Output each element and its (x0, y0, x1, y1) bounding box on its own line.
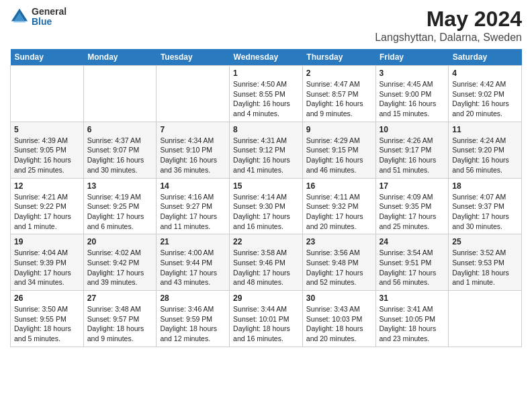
calendar-cell: 11Sunrise: 4:24 AM Sunset: 9:20 PM Dayli… (449, 122, 522, 178)
day-info: Sunrise: 4:34 AM Sunset: 9:10 PM Dayligh… (160, 136, 226, 175)
day-number: 15 (233, 181, 299, 191)
day-number: 6 (87, 125, 153, 134)
day-info: Sunrise: 3:44 AM Sunset: 10:01 PM Daylig… (233, 304, 299, 344)
day-number: 21 (160, 237, 226, 246)
day-info: Sunrise: 4:00 AM Sunset: 9:44 PM Dayligh… (160, 248, 226, 287)
calendar-cell: 23Sunrise: 3:56 AM Sunset: 9:48 PM Dayli… (302, 234, 375, 291)
calendar-cell: 1Sunrise: 4:50 AM Sunset: 8:55 PM Daylig… (230, 66, 303, 122)
day-info: Sunrise: 4:04 AM Sunset: 9:39 PM Dayligh… (14, 248, 80, 287)
day-number: 5 (14, 125, 80, 134)
day-info: Sunrise: 4:02 AM Sunset: 9:42 PM Dayligh… (87, 248, 153, 287)
day-info: Sunrise: 4:14 AM Sunset: 9:30 PM Dayligh… (233, 192, 299, 232)
calendar-cell: 18Sunrise: 4:07 AM Sunset: 9:37 PM Dayli… (449, 178, 522, 234)
title-block: May 2024 Langshyttan, Dalarna, Sweden (375, 7, 522, 44)
weekday-header-saturday: Saturday (449, 49, 522, 66)
weekday-header-tuesday: Tuesday (157, 49, 230, 66)
calendar-cell: 4Sunrise: 4:42 AM Sunset: 9:02 PM Daylig… (449, 66, 522, 122)
day-info: Sunrise: 3:56 AM Sunset: 9:48 PM Dayligh… (306, 248, 372, 287)
day-number: 7 (160, 125, 226, 134)
day-number: 12 (14, 181, 80, 191)
day-info: Sunrise: 3:46 AM Sunset: 9:59 PM Dayligh… (160, 304, 226, 344)
calendar-cell (157, 66, 230, 122)
calendar-cell: 30Sunrise: 3:43 AM Sunset: 10:03 PM Dayl… (302, 291, 375, 347)
logo-general-label: General (32, 7, 66, 17)
day-number: 24 (380, 237, 445, 246)
day-number: 28 (160, 293, 226, 303)
day-info: Sunrise: 4:24 AM Sunset: 9:20 PM Dayligh… (452, 136, 518, 175)
weekday-header-thursday: Thursday (302, 49, 375, 66)
week-row-1: 1Sunrise: 4:50 AM Sunset: 8:55 PM Daylig… (11, 66, 522, 122)
weekday-header-wednesday: Wednesday (230, 49, 303, 66)
page-header: General Blue May 2024 Langshyttan, Dalar… (10, 7, 522, 44)
day-number: 4 (452, 68, 518, 78)
calendar-cell: 20Sunrise: 4:02 AM Sunset: 9:42 PM Dayli… (83, 234, 157, 291)
day-info: Sunrise: 4:26 AM Sunset: 9:17 PM Dayligh… (380, 136, 445, 175)
calendar-cell: 22Sunrise: 3:58 AM Sunset: 9:46 PM Dayli… (230, 234, 303, 291)
calendar-cell: 3Sunrise: 4:45 AM Sunset: 9:00 PM Daylig… (375, 66, 449, 122)
day-number: 18 (452, 181, 518, 191)
day-number: 11 (452, 125, 518, 134)
logo-icon (10, 7, 29, 26)
day-number: 25 (452, 237, 518, 246)
calendar-cell: 29Sunrise: 3:44 AM Sunset: 10:01 PM Dayl… (230, 291, 303, 347)
calendar-cell: 16Sunrise: 4:11 AM Sunset: 9:32 PM Dayli… (302, 178, 375, 234)
calendar-cell: 15Sunrise: 4:14 AM Sunset: 9:30 PM Dayli… (230, 178, 303, 234)
day-number: 19 (14, 237, 80, 246)
day-number: 1 (233, 68, 299, 78)
day-number: 2 (306, 68, 372, 78)
calendar-cell: 7Sunrise: 4:34 AM Sunset: 9:10 PM Daylig… (157, 122, 230, 178)
day-number: 16 (306, 181, 372, 191)
day-number: 10 (380, 125, 445, 134)
day-info: Sunrise: 4:42 AM Sunset: 9:02 PM Dayligh… (452, 79, 518, 119)
logo-text: General Blue (32, 7, 66, 28)
day-info: Sunrise: 3:58 AM Sunset: 9:46 PM Dayligh… (233, 248, 299, 287)
day-number: 9 (306, 125, 372, 134)
calendar-table: SundayMondayTuesdayWednesdayThursdayFrid… (10, 49, 522, 347)
calendar-cell: 9Sunrise: 4:29 AM Sunset: 9:15 PM Daylig… (302, 122, 375, 178)
calendar-cell: 19Sunrise: 4:04 AM Sunset: 9:39 PM Dayli… (11, 234, 84, 291)
calendar-cell: 28Sunrise: 3:46 AM Sunset: 9:59 PM Dayli… (157, 291, 230, 347)
day-info: Sunrise: 4:50 AM Sunset: 8:55 PM Dayligh… (233, 79, 299, 119)
day-number: 27 (87, 293, 153, 303)
day-number: 8 (233, 125, 299, 134)
day-info: Sunrise: 4:09 AM Sunset: 9:35 PM Dayligh… (380, 192, 445, 232)
day-info: Sunrise: 4:45 AM Sunset: 9:00 PM Dayligh… (380, 79, 445, 119)
logo-blue-label: Blue (32, 17, 66, 27)
day-number: 23 (306, 237, 372, 246)
calendar-cell (449, 291, 522, 347)
day-info: Sunrise: 4:39 AM Sunset: 9:05 PM Dayligh… (14, 136, 80, 175)
day-info: Sunrise: 4:31 AM Sunset: 9:12 PM Dayligh… (233, 136, 299, 175)
calendar-cell: 31Sunrise: 3:41 AM Sunset: 10:05 PM Dayl… (375, 291, 449, 347)
week-row-2: 5Sunrise: 4:39 AM Sunset: 9:05 PM Daylig… (11, 122, 522, 178)
day-info: Sunrise: 3:41 AM Sunset: 10:05 PM Daylig… (380, 304, 445, 344)
calendar-cell (11, 66, 84, 122)
week-row-4: 19Sunrise: 4:04 AM Sunset: 9:39 PM Dayli… (11, 234, 522, 291)
day-number: 13 (87, 181, 153, 191)
day-info: Sunrise: 4:37 AM Sunset: 9:07 PM Dayligh… (87, 136, 153, 175)
day-number: 3 (380, 68, 445, 78)
day-number: 22 (233, 237, 299, 246)
day-info: Sunrise: 4:16 AM Sunset: 9:27 PM Dayligh… (160, 192, 226, 232)
day-info: Sunrise: 3:52 AM Sunset: 9:53 PM Dayligh… (452, 248, 518, 287)
day-info: Sunrise: 4:11 AM Sunset: 9:32 PM Dayligh… (306, 192, 372, 232)
calendar-cell: 6Sunrise: 4:37 AM Sunset: 9:07 PM Daylig… (83, 122, 157, 178)
calendar-cell: 17Sunrise: 4:09 AM Sunset: 9:35 PM Dayli… (375, 178, 449, 234)
week-row-5: 26Sunrise: 3:50 AM Sunset: 9:55 PM Dayli… (11, 291, 522, 347)
calendar-cell: 25Sunrise: 3:52 AM Sunset: 9:53 PM Dayli… (449, 234, 522, 291)
logo: General Blue (10, 7, 66, 28)
day-number: 14 (160, 181, 226, 191)
week-row-3: 12Sunrise: 4:21 AM Sunset: 9:22 PM Dayli… (11, 178, 522, 234)
weekday-header-sunday: Sunday (11, 49, 84, 66)
day-info: Sunrise: 3:48 AM Sunset: 9:57 PM Dayligh… (87, 304, 153, 344)
location-subtitle: Langshyttan, Dalarna, Sweden (375, 32, 522, 44)
day-info: Sunrise: 4:29 AM Sunset: 9:15 PM Dayligh… (306, 136, 372, 175)
day-info: Sunrise: 4:07 AM Sunset: 9:37 PM Dayligh… (452, 192, 518, 232)
day-info: Sunrise: 3:43 AM Sunset: 10:03 PM Daylig… (306, 304, 372, 344)
weekday-header-friday: Friday (375, 49, 449, 66)
calendar-cell: 2Sunrise: 4:47 AM Sunset: 8:57 PM Daylig… (302, 66, 375, 122)
calendar-cell: 26Sunrise: 3:50 AM Sunset: 9:55 PM Dayli… (11, 291, 84, 347)
calendar-cell: 24Sunrise: 3:54 AM Sunset: 9:51 PM Dayli… (375, 234, 449, 291)
calendar-cell: 27Sunrise: 3:48 AM Sunset: 9:57 PM Dayli… (83, 291, 157, 347)
day-info: Sunrise: 4:19 AM Sunset: 9:25 PM Dayligh… (87, 192, 153, 232)
calendar-cell: 12Sunrise: 4:21 AM Sunset: 9:22 PM Dayli… (11, 178, 84, 234)
